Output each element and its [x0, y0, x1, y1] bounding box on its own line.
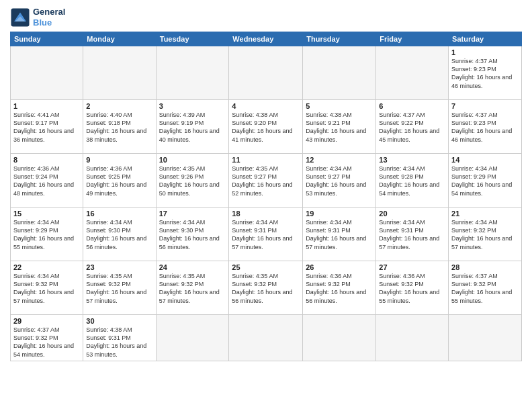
- day-number: 1: [13, 102, 80, 110]
- calendar-cell: [11, 46, 83, 100]
- day-info: Sunrise: 4:36 AMSunset: 9:24 PMDaylight:…: [13, 165, 80, 197]
- calendar-cell: 2Sunrise: 4:40 AMSunset: 9:18 PMDaylight…: [83, 100, 156, 154]
- day-info: Sunrise: 4:36 AMSunset: 9:32 PMDaylight:…: [379, 272, 445, 305]
- calendar-cell: 24Sunrise: 4:35 AMSunset: 9:32 PMDayligh…: [156, 261, 229, 315]
- day-number: 15: [13, 210, 80, 218]
- day-number: 6: [379, 102, 445, 110]
- day-info: Sunrise: 4:35 AMSunset: 9:32 PMDaylight:…: [159, 272, 226, 305]
- calendar-cell: 23Sunrise: 4:35 AMSunset: 9:32 PMDayligh…: [83, 261, 156, 315]
- day-number: 10: [159, 156, 226, 164]
- col-wednesday: Wednesday: [229, 32, 303, 46]
- calendar-cell: 14Sunrise: 4:34 AMSunset: 9:29 PMDayligh…: [449, 154, 522, 208]
- calendar-cell: 30Sunrise: 4:38 AMSunset: 9:31 PMDayligh…: [83, 315, 156, 361]
- day-number: 4: [232, 102, 300, 110]
- day-info: Sunrise: 4:34 AMSunset: 9:28 PMDaylight:…: [379, 165, 445, 197]
- day-info: Sunrise: 4:34 AMSunset: 9:31 PMDaylight:…: [232, 218, 300, 251]
- col-thursday: Thursday: [303, 32, 376, 46]
- day-number: 17: [159, 210, 226, 218]
- day-info: Sunrise: 4:36 AMSunset: 9:25 PMDaylight:…: [86, 165, 152, 197]
- calendar-cell: [229, 315, 303, 361]
- day-info: Sunrise: 4:35 AMSunset: 9:32 PMDaylight:…: [86, 272, 152, 305]
- calendar-cell: 22Sunrise: 4:34 AMSunset: 9:32 PMDayligh…: [11, 261, 83, 315]
- day-number: 1: [451, 48, 519, 56]
- calendar-cell: 5Sunrise: 4:38 AMSunset: 9:21 PMDaylight…: [303, 100, 376, 154]
- day-info: Sunrise: 4:38 AMSunset: 9:20 PMDaylight:…: [232, 111, 300, 144]
- calendar-week-row: 22Sunrise: 4:34 AMSunset: 9:32 PMDayligh…: [11, 261, 522, 315]
- calendar-week-row: 1Sunrise: 4:41 AMSunset: 9:17 PMDaylight…: [11, 100, 522, 154]
- calendar-cell: 19Sunrise: 4:34 AMSunset: 9:31 PMDayligh…: [303, 208, 376, 261]
- day-number: 24: [159, 263, 226, 271]
- logo: General Blue: [10, 7, 65, 28]
- day-info: Sunrise: 4:36 AMSunset: 9:32 PMDaylight:…: [306, 272, 373, 305]
- day-info: Sunrise: 4:37 AMSunset: 9:32 PMDaylight:…: [13, 326, 80, 359]
- day-info: Sunrise: 4:40 AMSunset: 9:18 PMDaylight:…: [86, 111, 152, 144]
- calendar-cell: [449, 315, 522, 361]
- day-number: 9: [86, 156, 152, 164]
- day-info: Sunrise: 4:34 AMSunset: 9:30 PMDaylight:…: [159, 218, 226, 251]
- day-number: 18: [232, 210, 300, 218]
- calendar-cell: 25Sunrise: 4:35 AMSunset: 9:32 PMDayligh…: [229, 261, 303, 315]
- day-number: 3: [159, 102, 226, 110]
- calendar-cell: 7Sunrise: 4:37 AMSunset: 9:23 PMDaylight…: [449, 100, 522, 154]
- calendar-table: Sunday Monday Tuesday Wednesday Thursday…: [10, 32, 522, 361]
- calendar-cell: [303, 315, 376, 361]
- calendar-cell: [156, 315, 229, 361]
- day-number: 7: [451, 102, 519, 110]
- calendar-header-row: Sunday Monday Tuesday Wednesday Thursday…: [11, 32, 522, 46]
- day-info: Sunrise: 4:35 AMSunset: 9:27 PMDaylight:…: [232, 165, 300, 197]
- day-number: 12: [306, 156, 373, 164]
- calendar-cell: [376, 315, 449, 361]
- day-number: 14: [451, 156, 519, 164]
- calendar-cell: 28Sunrise: 4:37 AMSunset: 9:32 PMDayligh…: [449, 261, 522, 315]
- day-number: 21: [451, 210, 519, 218]
- calendar-cell: 20Sunrise: 4:34 AMSunset: 9:31 PMDayligh…: [376, 208, 449, 261]
- day-info: Sunrise: 4:34 AMSunset: 9:30 PMDaylight:…: [86, 218, 152, 251]
- calendar-cell: [303, 46, 376, 100]
- day-info: Sunrise: 4:34 AMSunset: 9:31 PMDaylight:…: [306, 218, 373, 251]
- calendar-cell: 13Sunrise: 4:34 AMSunset: 9:28 PMDayligh…: [376, 154, 449, 208]
- calendar-cell: [376, 46, 449, 100]
- col-tuesday: Tuesday: [156, 32, 229, 46]
- calendar-cell: 4Sunrise: 4:38 AMSunset: 9:20 PMDaylight…: [229, 100, 303, 154]
- day-info: Sunrise: 4:38 AMSunset: 9:31 PMDaylight:…: [86, 326, 152, 359]
- calendar-cell: 26Sunrise: 4:36 AMSunset: 9:32 PMDayligh…: [303, 261, 376, 315]
- day-number: 5: [306, 102, 373, 110]
- page: General Blue Sunday Monday Tuesday Wedne…: [0, 0, 532, 411]
- day-info: Sunrise: 4:37 AMSunset: 9:22 PMDaylight:…: [379, 111, 445, 144]
- day-number: 11: [232, 156, 300, 164]
- logo-icon: [10, 7, 30, 28]
- header: General Blue: [10, 7, 522, 28]
- day-number: 2: [86, 102, 152, 110]
- calendar-cell: 11Sunrise: 4:35 AMSunset: 9:27 PMDayligh…: [229, 154, 303, 208]
- calendar-cell: 6Sunrise: 4:37 AMSunset: 9:22 PMDaylight…: [376, 100, 449, 154]
- day-number: 16: [86, 210, 152, 218]
- calendar-cell: 21Sunrise: 4:34 AMSunset: 9:32 PMDayligh…: [449, 208, 522, 261]
- calendar-week-row: 15Sunrise: 4:34 AMSunset: 9:29 PMDayligh…: [11, 208, 522, 261]
- col-monday: Monday: [83, 32, 156, 46]
- logo-text: General Blue: [33, 7, 65, 28]
- day-info: Sunrise: 4:34 AMSunset: 9:27 PMDaylight:…: [306, 165, 373, 197]
- day-number: 29: [13, 317, 80, 325]
- day-info: Sunrise: 4:34 AMSunset: 9:32 PMDaylight:…: [13, 272, 80, 305]
- calendar-week-row: 1Sunrise: 4:37 AMSunset: 9:23 PMDaylight…: [11, 46, 522, 100]
- calendar-week-row: 8Sunrise: 4:36 AMSunset: 9:24 PMDaylight…: [11, 154, 522, 208]
- day-info: Sunrise: 4:35 AMSunset: 9:32 PMDaylight:…: [232, 272, 300, 305]
- calendar-cell: 1Sunrise: 4:37 AMSunset: 9:23 PMDaylight…: [449, 46, 522, 100]
- calendar-cell: 1Sunrise: 4:41 AMSunset: 9:17 PMDaylight…: [11, 100, 83, 154]
- calendar-cell: 8Sunrise: 4:36 AMSunset: 9:24 PMDaylight…: [11, 154, 83, 208]
- calendar-cell: 17Sunrise: 4:34 AMSunset: 9:30 PMDayligh…: [156, 208, 229, 261]
- day-number: 26: [306, 263, 373, 271]
- calendar-cell: [83, 46, 156, 100]
- day-number: 27: [379, 263, 445, 271]
- day-info: Sunrise: 4:41 AMSunset: 9:17 PMDaylight:…: [13, 111, 80, 144]
- col-friday: Friday: [376, 32, 449, 46]
- day-info: Sunrise: 4:34 AMSunset: 9:32 PMDaylight:…: [451, 218, 519, 251]
- day-number: 25: [232, 263, 300, 271]
- day-info: Sunrise: 4:37 AMSunset: 9:32 PMDaylight:…: [451, 272, 519, 305]
- calendar-cell: 16Sunrise: 4:34 AMSunset: 9:30 PMDayligh…: [83, 208, 156, 261]
- day-number: 19: [306, 210, 373, 218]
- day-number: 13: [379, 156, 445, 164]
- day-info: Sunrise: 4:34 AMSunset: 9:31 PMDaylight:…: [379, 218, 445, 251]
- day-number: 23: [86, 263, 152, 271]
- calendar-cell: 15Sunrise: 4:34 AMSunset: 9:29 PMDayligh…: [11, 208, 83, 261]
